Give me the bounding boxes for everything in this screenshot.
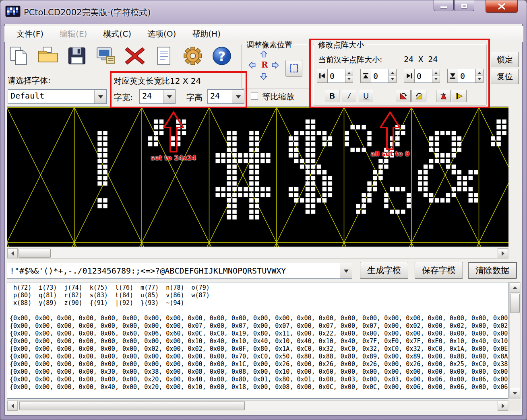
scroll-left-button[interactable] <box>7 401 18 411</box>
char-height-label: 字高 <box>186 92 203 103</box>
char-width-label: 字宽: <box>114 92 133 103</box>
triangle-right-icon <box>502 251 507 256</box>
center-tool-button[interactable] <box>285 60 302 77</box>
charset-dropdown-button[interactable] <box>340 263 352 278</box>
chevron-down-icon <box>167 95 172 101</box>
font-select[interactable]: Default <box>8 89 107 104</box>
clear-data-button[interactable]: 清除数据 <box>468 262 517 279</box>
italic-button[interactable]: / <box>342 90 356 102</box>
reset-button[interactable]: 复位 <box>491 69 519 84</box>
offset-top-spinner[interactable] <box>389 69 397 83</box>
output-vscrollbar[interactable] <box>509 282 521 399</box>
toolbar: ? <box>7 44 234 68</box>
offset-right-input[interactable] <box>415 69 432 83</box>
svg-text:?: ? <box>218 49 226 64</box>
font-select-value: Default <box>8 90 94 103</box>
output-panel[interactable]: h(72) i(73) j(74) k(75) l(76) m(77) n(78… <box>7 282 508 399</box>
lock-button[interactable]: 锁定 <box>491 52 519 67</box>
output-text[interactable]: h(72) i(73) j(74) k(75) l(76) m(77) n(78… <box>7 282 508 393</box>
offset-left-input[interactable] <box>328 69 345 83</box>
menu-edit[interactable]: 编辑(E) <box>53 27 93 41</box>
flip-horizontal-icon <box>439 92 448 101</box>
generate-button[interactable]: 生成字模 <box>360 262 408 279</box>
save-module-button[interactable]: 保存字模 <box>415 262 463 279</box>
menu-file[interactable]: 文件(F) <box>10 27 50 41</box>
charset-combobox <box>7 263 352 279</box>
charset-input[interactable] <box>7 263 340 278</box>
extend-left-button[interactable] <box>317 69 328 83</box>
move-up-icon[interactable] <box>260 50 267 58</box>
minimize-button[interactable] <box>434 0 454 11</box>
offset-left-spinner[interactable] <box>345 69 353 83</box>
scale-checkbox-label: 等比缩放 <box>262 91 294 102</box>
close-button[interactable] <box>486 0 518 13</box>
title-bar[interactable]: PCtoLCD2002完美版-(字符模式) <box>0 0 527 24</box>
scroll-left-button[interactable] <box>7 248 18 258</box>
scale-checkbox[interactable] <box>251 93 258 100</box>
bar-left-triangle-icon <box>318 72 326 80</box>
save-floppy-icon <box>66 45 88 67</box>
gear-icon <box>182 45 204 67</box>
bold-button[interactable]: B <box>325 90 339 102</box>
char-width-value: 24 <box>140 90 163 103</box>
char-height-select[interactable]: 24 <box>207 89 244 104</box>
char-width-select[interactable]: 24 <box>139 89 176 104</box>
window-title: PCtoLCD2002完美版-(字符模式) <box>24 7 151 18</box>
flip-vertical-icon <box>455 92 464 101</box>
help-button[interactable]: ? <box>210 44 234 68</box>
flip-vertical-button[interactable] <box>452 90 467 102</box>
offset-bottom-spinner[interactable] <box>476 69 484 83</box>
extend-top-button[interactable] <box>360 69 371 83</box>
save-button[interactable] <box>65 44 89 68</box>
preview-hscrollbar[interactable] <box>7 248 508 259</box>
move-right-icon[interactable] <box>272 62 279 69</box>
rotate-left-icon <box>399 92 408 101</box>
chevron-down-icon <box>344 270 349 275</box>
menu-options[interactable]: 选项(O) <box>141 27 182 41</box>
settings-button[interactable] <box>181 44 205 68</box>
scroll-thumb[interactable] <box>19 401 245 410</box>
menu-mode[interactable]: 模式(C) <box>97 27 138 41</box>
offset-right-spinner[interactable] <box>432 69 440 83</box>
bar-top-triangle-icon <box>362 72 370 80</box>
r-reset-label[interactable]: R <box>261 60 268 70</box>
scroll-thumb[interactable] <box>510 294 520 313</box>
move-left-icon[interactable] <box>248 62 256 69</box>
app-icon <box>5 4 21 19</box>
rotate-right-button[interactable] <box>411 90 426 102</box>
close-icon <box>497 3 506 10</box>
font-select-arrow[interactable] <box>94 90 106 103</box>
char-height-arrow[interactable] <box>232 90 244 103</box>
scroll-right-button[interactable] <box>498 248 508 258</box>
scroll-up-button[interactable] <box>510 282 520 293</box>
offset-top-unit <box>360 69 397 83</box>
preview-canvas[interactable] <box>7 107 508 247</box>
minimize-icon <box>440 6 447 8</box>
maximize-button[interactable] <box>454 0 474 11</box>
scroll-right-button[interactable] <box>498 401 508 411</box>
scroll-thumb[interactable] <box>19 249 51 258</box>
offset-right-unit <box>404 69 440 83</box>
notes-button[interactable] <box>152 44 176 68</box>
triangle-down-icon <box>513 392 517 397</box>
extend-bottom-button[interactable] <box>447 69 458 83</box>
font-select-label: 请选择字体: <box>8 75 51 86</box>
underline-button[interactable]: U <box>359 90 373 102</box>
menu-help[interactable]: 帮助(H) <box>186 27 227 41</box>
delete-x-icon <box>124 45 146 67</box>
export-device-icon <box>95 45 117 67</box>
move-down-icon[interactable] <box>260 73 267 80</box>
open-file-button[interactable] <box>36 44 60 68</box>
output-hscrollbar[interactable] <box>7 400 508 411</box>
offset-bottom-input[interactable] <box>458 69 476 83</box>
export-button[interactable] <box>94 44 118 68</box>
flip-horizontal-button[interactable] <box>436 90 451 102</box>
scroll-down-button[interactable] <box>510 388 520 398</box>
delete-button[interactable] <box>123 44 147 68</box>
offset-top-input[interactable] <box>371 69 389 83</box>
new-file-button[interactable] <box>7 44 31 68</box>
char-width-arrow[interactable] <box>163 90 175 103</box>
help-icon: ? <box>211 45 233 67</box>
rotate-left-button[interactable] <box>396 90 411 102</box>
extend-right-button[interactable] <box>404 69 415 83</box>
